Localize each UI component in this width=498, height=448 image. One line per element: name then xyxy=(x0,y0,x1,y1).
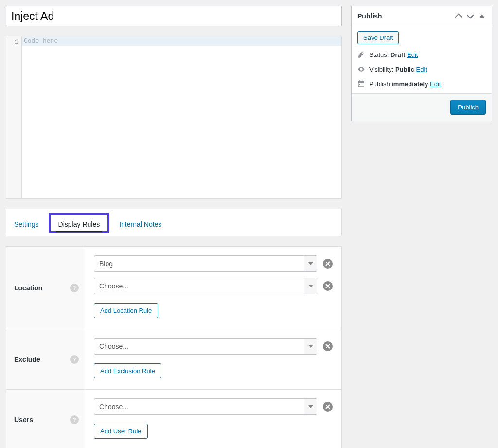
code-placeholder: Code here xyxy=(22,37,58,45)
edit-schedule-link[interactable]: Edit xyxy=(430,80,441,88)
edit-status-link[interactable]: Edit xyxy=(407,51,418,58)
help-icon[interactable]: ? xyxy=(70,284,79,292)
publish-when: immediately xyxy=(391,80,428,88)
remove-rule-button[interactable] xyxy=(323,402,333,412)
remove-rule-button[interactable] xyxy=(323,281,333,291)
chevron-down-icon xyxy=(304,278,317,294)
remove-rule-button[interactable] xyxy=(323,259,333,269)
location-select-0[interactable]: Blog xyxy=(94,255,317,272)
post-title-input[interactable] xyxy=(6,6,342,26)
remove-rule-button[interactable] xyxy=(323,341,333,351)
rule-label-exclude: Exclude xyxy=(14,356,40,363)
eye-icon xyxy=(357,65,365,73)
tab-internal-notes[interactable]: Internal Notes xyxy=(111,215,169,231)
publish-metabox: Publish Save Draft Stat xyxy=(351,6,492,121)
location-select-1[interactable]: Choose... xyxy=(94,278,317,294)
users-select-0[interactable]: Choose... xyxy=(94,398,317,415)
add-exclusion-rule-button[interactable]: Add Exclusion Rule xyxy=(94,363,161,378)
add-user-rule-button[interactable]: Add User Rule xyxy=(94,424,148,439)
publish-label: Publish xyxy=(369,80,391,88)
code-editor[interactable]: 1 Code here xyxy=(6,36,342,199)
visibility-value: Public xyxy=(395,66,414,73)
select-value: Choose... xyxy=(99,282,128,290)
tabs-panel: Settings Display Rules Internal Notes xyxy=(6,209,342,236)
save-draft-button[interactable]: Save Draft xyxy=(357,31,399,44)
tab-display-rules[interactable]: Display Rules xyxy=(51,215,108,231)
move-up-icon[interactable] xyxy=(453,10,464,22)
select-value: Blog xyxy=(99,260,113,268)
rule-label-users: Users xyxy=(14,416,33,424)
status-label: Status: xyxy=(369,51,391,58)
select-value: Choose... xyxy=(99,342,128,350)
key-icon xyxy=(357,52,365,58)
chevron-down-icon xyxy=(304,256,317,271)
help-icon[interactable]: ? xyxy=(70,355,79,364)
code-line-number: 1 xyxy=(6,36,22,198)
move-down-icon[interactable] xyxy=(464,10,476,22)
toggle-panel-icon[interactable] xyxy=(476,10,488,22)
rule-label-location: Location xyxy=(14,284,42,292)
tab-settings[interactable]: Settings xyxy=(6,215,47,231)
add-location-rule-button[interactable]: Add Location Rule xyxy=(94,303,158,318)
status-value: Draft xyxy=(391,51,405,58)
publish-button[interactable]: Publish xyxy=(450,100,486,115)
publish-box-title: Publish xyxy=(357,12,453,20)
chevron-down-icon xyxy=(304,339,317,354)
select-value: Choose... xyxy=(99,403,128,411)
visibility-label: Visibility: xyxy=(369,66,395,73)
exclude-select-0[interactable]: Choose... xyxy=(94,338,317,355)
edit-visibility-link[interactable]: Edit xyxy=(416,66,427,73)
chevron-down-icon xyxy=(304,399,317,414)
tab-highlight-box: Display Rules xyxy=(49,213,110,233)
help-icon[interactable]: ? xyxy=(70,415,79,424)
calendar-icon xyxy=(357,80,365,88)
